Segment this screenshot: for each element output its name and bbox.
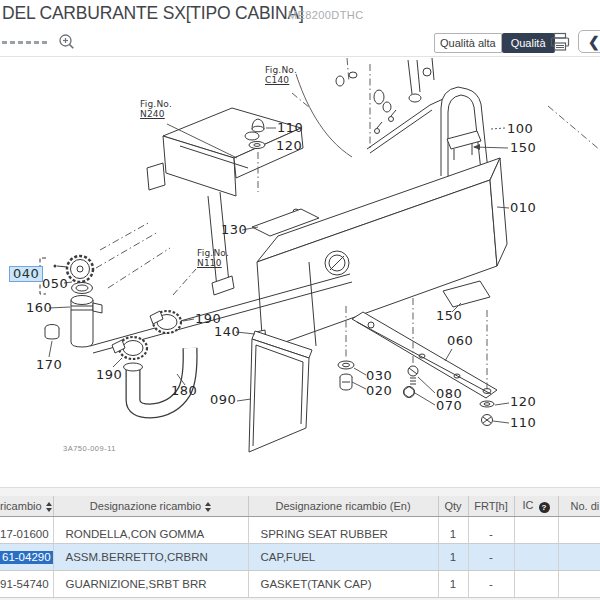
table-header-row: ricambioDesignazione ricambioDesignazion… [0,496,600,517]
print-icon[interactable] [549,32,571,52]
table-cell: GUARNIZIONE,SRBT BRR [53,571,248,598]
quality-button[interactable]: Qualità [502,33,555,53]
chevron-left-icon: ❮ [588,34,600,50]
table-cell: 1 [438,517,468,544]
table-cell: ASSM.BERRETTO,CRBRN [53,544,248,571]
column-header-1[interactable]: ricambio [0,496,53,517]
table-row[interactable]: 17-01600RONDELLA,CON GOMMASPRING SEAT RU… [0,517,600,544]
table-cell: - [468,571,514,598]
table-cell: 1 [438,544,468,571]
table-row[interactable]: 91-54740GUARNIZIONE,SRBT BRRGASKET(TANK … [0,571,600,598]
part-callout-120[interactable]: 120 [276,139,302,152]
part-callout-130[interactable]: 130 [221,223,247,236]
part-number[interactable]: 17-01600 [0,528,49,540]
part-callout-010[interactable]: 010 [510,201,536,214]
part-callout-110[interactable]: 110 [510,416,536,429]
fig-ref-N110[interactable]: Fig.No.N110 [197,249,229,268]
parts-table-body: 17-01600RONDELLA,CON GOMMASPRING SEAT RU… [0,517,600,598]
drawing-number: 3A750-009-11 [63,444,116,453]
part-callout-150[interactable]: 150 [436,309,462,322]
part-callout-140[interactable]: 140 [214,325,240,338]
fig-ref-N240[interactable]: Fig.No.N240 [140,100,172,119]
part-callout-060[interactable]: 060 [447,334,473,347]
model-code: ME8200DTHC [288,9,364,21]
fig-ref-C140[interactable]: Fig.No.C140 [265,66,297,85]
table-cell [514,544,558,571]
table-cell: 1 [438,571,468,598]
table-cell: GASKET(TANK CAP) [248,571,438,598]
column-header-7: No. di se [558,496,600,517]
part-callout-170[interactable]: 170 [36,358,62,371]
zoom-slider[interactable] [0,41,50,44]
part-callout-090[interactable]: 090 [210,393,236,406]
part-callout-150[interactable]: 150 [510,141,536,154]
table-cell: CAP,FUEL [248,544,438,571]
part-callout-040[interactable]: 040 [9,266,43,282]
title-bar: DEL CARBURANTE SX[TIPO CABINA] ME8200DTH… [0,0,600,28]
part-callout-050[interactable]: 050 [42,277,68,290]
table-cell: - [468,517,514,544]
table-cell: SPRING SEAT RUBBER [248,517,438,544]
table-cell [514,517,558,544]
parts-table-panel: ricambioDesignazione ricambioDesignazion… [0,487,600,600]
column-header-2[interactable]: Designazione ricambio [53,496,248,517]
part-callout-180[interactable]: 180 [171,384,197,397]
part-callout-030[interactable]: 030 [366,369,392,382]
sort-icon[interactable] [46,502,52,512]
part-callout-160[interactable]: 160 [26,301,52,314]
previous-figure-button[interactable]: ❮ [578,30,600,53]
parts-catalog-viewer: DEL CARBURANTE SX[TIPO CABINA] ME8200DTH… [0,0,600,600]
part-callout-100[interactable]: 100 [507,122,533,135]
table-cell [558,517,600,544]
part-callout-110[interactable]: 110 [277,121,303,134]
page-title: DEL CARBURANTE SX[TIPO CABINA] [2,3,304,24]
part-callout-020[interactable]: 020 [366,384,392,397]
toolbar: Qualità alta Qualità ❮ [0,28,600,57]
table-cell [558,544,600,571]
help-icon[interactable]: ? [539,502,550,513]
part-callout-190[interactable]: 190 [96,368,122,381]
part-number[interactable]: 91-54740 [0,578,49,590]
quality-high-button[interactable]: Qualità alta [434,33,502,53]
quality-toggle: Qualità alta Qualità [434,33,555,53]
column-header-3: Designazione ricambio (En) [248,496,438,517]
diagram-area[interactable]: 1101201001500101300400501601701901901401… [0,56,600,487]
parts-table: ricambioDesignazione ricambioDesignazion… [0,496,600,598]
zoom-in-icon[interactable] [57,32,77,56]
table-row[interactable]: 61-04290ASSM.BERRETTO,CRBRNCAP,FUEL1- [0,544,600,571]
column-header-4: Qty [438,496,468,517]
column-header-6: IC? [514,496,558,517]
part-number[interactable]: 61-04290 [0,551,53,564]
table-cell [558,571,600,598]
part-callout-070[interactable]: 070 [436,399,462,412]
column-header-5: FRT[h] [468,496,514,517]
table-cell: - [468,544,514,571]
table-cell [514,571,558,598]
table-cell: RONDELLA,CON GOMMA [53,517,248,544]
sort-icon[interactable] [205,502,211,512]
part-callout-120[interactable]: 120 [510,395,536,408]
